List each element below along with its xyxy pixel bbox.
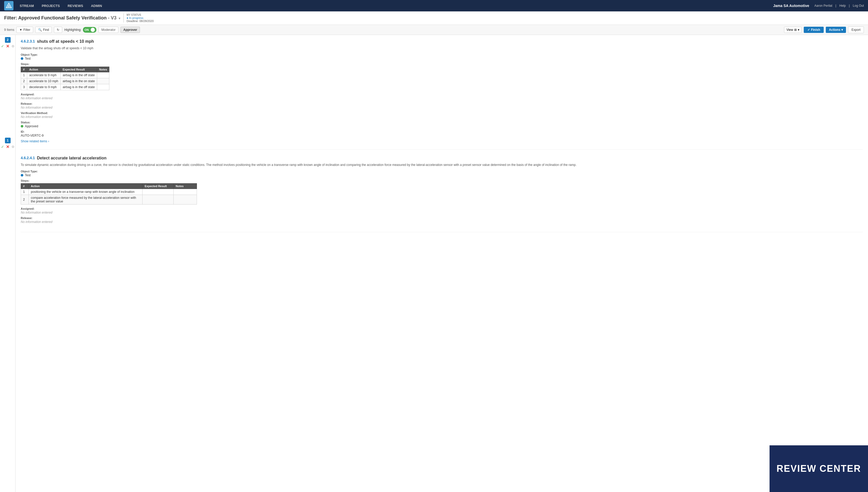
table-cell: [97, 78, 109, 84]
on-toggle-switch[interactable]: ON: [83, 27, 96, 33]
id-field-label-1: ID:: [21, 130, 863, 133]
obj-dot-2: [21, 174, 23, 176]
table-cell: accelerate to 10 mph: [27, 78, 60, 84]
table-cell: airbag is in the on state: [60, 78, 97, 84]
table-cell: [174, 189, 197, 195]
status-field-label-1: Status:: [21, 121, 863, 124]
app-logo: [4, 1, 14, 10]
item-header-2: 4.6.2.4.1 Detect accurate lateral accele…: [21, 156, 863, 161]
col-action-1: Action: [27, 67, 60, 72]
my-status-label: MY STATUS: [126, 14, 154, 16]
reject-button-1[interactable]: ✕: [5, 44, 10, 48]
table-cell: [174, 195, 197, 204]
item-block-1: 4.6.2.3.1 shuts off at speeds < 10 mph V…: [21, 39, 863, 150]
obj-label-2: Test: [25, 173, 31, 177]
item-block-2: 4.6.2.4.1 Detect accurate lateral accele…: [21, 156, 863, 232]
finish-button[interactable]: ✓ Finish: [804, 27, 824, 33]
id-field-value-1: AUTO-VERTC-9: [21, 134, 863, 138]
more-button-2[interactable]: ⊙: [10, 144, 15, 149]
assigned-label-2: Assigned:: [21, 207, 863, 210]
obj-label-1: Test: [25, 57, 31, 60]
nav-items: STREAM PROJECTS REVIEWS ADMIN: [17, 0, 773, 11]
object-type-2: Test: [21, 173, 863, 177]
filter-title: Filter: Approved Functional Safety Verif…: [4, 15, 120, 21]
actions-button[interactable]: Actions ▾: [826, 27, 846, 33]
nav-reviews[interactable]: REVIEWS: [65, 0, 86, 11]
view-dropdown-icon: ▾: [798, 28, 799, 32]
top-nav-right: Jama SA Automotive Aaron Perilat | Help …: [773, 4, 864, 8]
release-value-2: No information entered: [21, 220, 863, 224]
table-cell: airbag is in the off state: [60, 72, 97, 78]
obj-dot-1: [21, 57, 23, 60]
release-label-2: Release:: [21, 217, 863, 220]
review-badge-1: 2 ✓ ✕ ⊙: [1, 37, 14, 48]
object-type-1: Test: [21, 57, 863, 60]
item-id-2: 4.6.2.4.1: [21, 156, 35, 160]
item-desc-1: Validate that the airbag shuts off at sp…: [21, 46, 863, 51]
nav-admin[interactable]: ADMIN: [88, 0, 105, 11]
item-header-1: 4.6.2.3.1 shuts off at speeds < 10 mph: [21, 39, 863, 44]
separator2: |: [849, 4, 850, 7]
filter-label: Filter: [23, 28, 30, 32]
table-cell: [143, 195, 174, 204]
logout-link[interactable]: Log Out: [853, 4, 864, 7]
item-count: 9 Items: [4, 28, 14, 32]
badge-number-1: 2: [5, 37, 10, 43]
table-cell: 1: [21, 72, 27, 78]
approve-button-2[interactable]: ✓: [0, 144, 5, 149]
table-cell: [97, 84, 109, 90]
filter-title-text: Filter: Approved Functional Safety Verif…: [4, 15, 106, 21]
refresh-button[interactable]: ↻: [54, 27, 62, 33]
review-center-text: REVIEW CENTER: [776, 463, 861, 474]
filter-dropdown-icon[interactable]: ▾: [119, 17, 120, 20]
moderator-button[interactable]: Moderator: [99, 27, 119, 33]
view-label: View: [786, 28, 793, 32]
user-name: Aaron Perilat: [814, 4, 832, 7]
refresh-icon: ↻: [57, 28, 59, 32]
steps-section-1: Steps: # Action Expected Result Notes 1a…: [21, 63, 863, 90]
filter-button[interactable]: ▼ Filter: [16, 27, 33, 33]
assigned-value-1: No information entered: [21, 96, 863, 100]
find-button[interactable]: 🔍 Find: [35, 27, 52, 33]
steps-table-2: # Action Expected Result Notes 1position…: [21, 183, 197, 204]
verification-value-1: No information entered: [21, 115, 863, 119]
release-value-1: No information entered: [21, 106, 863, 109]
review-center-overlay[interactable]: REVIEW CENTER: [769, 445, 868, 492]
reject-button-2[interactable]: ✕: [5, 144, 10, 149]
release-label-1: Release:: [21, 102, 863, 105]
table-cell: accelerate to 9 mph: [27, 72, 60, 78]
nav-projects[interactable]: PROJECTS: [39, 0, 63, 11]
filter-icon: ▼: [19, 28, 22, 32]
top-navigation: STREAM PROJECTS REVIEWS ADMIN Jama SA Au…: [0, 0, 868, 11]
status-dot-1: [21, 125, 23, 127]
highlighting-toggle: Highlighting: ON: [64, 27, 96, 33]
nav-stream[interactable]: STREAM: [17, 0, 37, 11]
table-cell: 1: [21, 189, 29, 195]
table-cell: [143, 189, 174, 195]
steps-table-1: # Action Expected Result Notes 1accelera…: [21, 67, 109, 90]
assigned-label-1: Assigned:: [21, 93, 863, 96]
show-related-1[interactable]: Show related items ›: [21, 140, 863, 143]
help-link[interactable]: Help: [839, 4, 846, 7]
view-button[interactable]: View ⊞ ▾: [784, 27, 802, 33]
find-label: Find: [43, 28, 49, 32]
more-button-1[interactable]: ⊙: [10, 44, 15, 48]
separator: |: [835, 4, 836, 7]
status-row-1: Approved: [21, 124, 863, 128]
col-notes-1: Notes: [97, 67, 109, 72]
table-cell: compare acceleration force measured by t…: [28, 195, 142, 204]
actions-dropdown-icon: ▾: [841, 28, 843, 32]
approver-button[interactable]: Approver: [121, 27, 140, 33]
table-cell: 2: [21, 195, 29, 204]
item-desc-2: To simulate dynamic acceleration during …: [21, 163, 863, 167]
finish-label: Finish: [811, 28, 820, 32]
table-cell: airbag is in the off state: [60, 84, 97, 90]
approve-button-1[interactable]: ✓: [0, 44, 5, 48]
col-num-1: #: [21, 67, 27, 72]
export-button[interactable]: Export: [848, 26, 864, 33]
filter-bar: Filter: Approved Functional Safety Verif…: [0, 11, 868, 25]
filter-version: - V3: [108, 15, 116, 21]
toggle-knob: [91, 28, 95, 32]
table-cell: 3: [21, 84, 27, 90]
col-result-1: Expected Result: [60, 67, 97, 72]
